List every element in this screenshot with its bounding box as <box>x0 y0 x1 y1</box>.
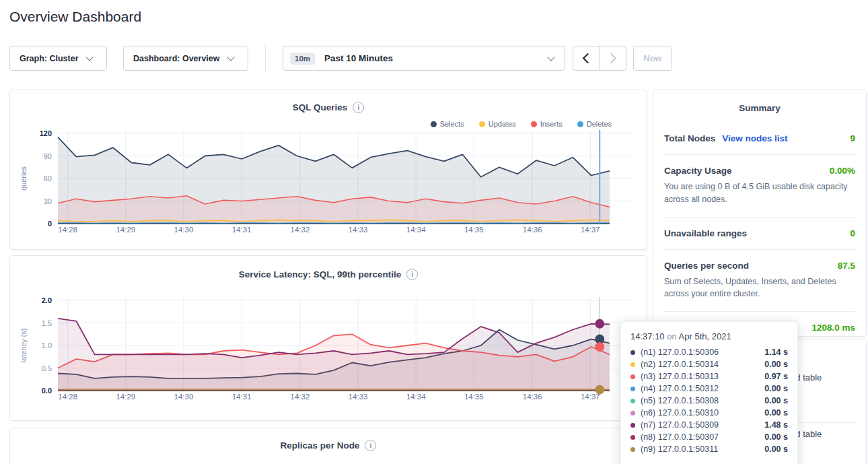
time-step-buttons <box>573 46 626 71</box>
legend-label: Selects <box>440 120 464 128</box>
tooltip-row-n7: (n7) 127.0.0.1:503091.48 s <box>630 419 788 431</box>
node-address: (n4) 127.0.0.1:50312 <box>641 384 719 393</box>
legend-dot <box>577 121 583 127</box>
tooltip-row-n4: (n4) 127.0.0.1:503120.00 s <box>630 383 788 395</box>
node-dot <box>630 362 635 367</box>
svg-text:14:31: 14:31 <box>232 226 252 234</box>
node-latency: 0.97 s <box>764 372 788 381</box>
sql-queries-legend: Selects Updates Inserts Deletes <box>431 120 612 128</box>
node-address: (n5) 127.0.0.1:50308 <box>641 396 719 405</box>
tooltip-row-n6: (n6) 127.0.0.1:503100.00 s <box>630 407 788 419</box>
tooltip-row-n1: (n1) 127.0.0.1:503061.14 s <box>630 346 788 358</box>
page-title: Overview Dashboard <box>9 9 141 25</box>
svg-text:14:33: 14:33 <box>349 226 368 234</box>
svg-text:queries: queries <box>20 166 28 191</box>
time-range-dropdown[interactable]: 10m Past 10 Minutes <box>283 46 565 71</box>
svg-text:2.0: 2.0 <box>42 296 52 304</box>
dashboard-dropdown[interactable]: Dashboard: Overview <box>123 46 248 71</box>
sql-queries-chart[interactable]: 030609012014:2814:2914:3014:3114:3214:33… <box>10 125 647 241</box>
tooltip-row-n2: (n2) 127.0.0.1:503140.00 s <box>630 358 788 370</box>
service-latency-chart[interactable]: 0.00.51.01.52.014:2814:2914:3014:3114:32… <box>10 292 647 408</box>
legend-item-updates: Updates <box>479 120 516 128</box>
svg-text:14:32: 14:32 <box>291 393 310 401</box>
summary-title: Summary <box>653 90 866 113</box>
svg-text:0.0: 0.0 <box>42 387 52 395</box>
node-dot <box>630 411 635 416</box>
controls-divider <box>265 44 266 72</box>
svg-text:60: 60 <box>44 174 52 183</box>
chevron-down-icon <box>547 53 554 61</box>
svg-text:14:35: 14:35 <box>464 226 484 234</box>
svg-text:14:34: 14:34 <box>406 226 426 234</box>
legend-label: Deletes <box>587 120 612 128</box>
chevron-down-icon <box>227 53 234 61</box>
replicas-title-row: Replicas per Node i <box>10 440 647 451</box>
summary-row-unavailable-ranges: Unavailable ranges 0 <box>664 218 855 250</box>
svg-text:0: 0 <box>48 220 52 228</box>
tooltip-timestamp: 14:37:10 on Apr 5th, 2021 <box>630 331 788 341</box>
tooltip-row-n8: (n8) 127.0.0.1:503070.00 s <box>630 431 788 443</box>
replicas-title: Replicas per Node <box>281 440 360 451</box>
info-icon[interactable]: i <box>353 102 364 113</box>
chevron-right-icon <box>606 53 617 64</box>
info-icon[interactable]: i <box>365 440 376 451</box>
chevron-down-icon <box>85 53 93 61</box>
summary-row-total-nodes: Total Nodes View nodes list 9 <box>664 123 855 155</box>
legend-label: Inserts <box>540 120 563 128</box>
summary-subtext: You are using 0 B of 4.5 GiB usable disk… <box>664 180 855 206</box>
svg-text:1.5: 1.5 <box>42 319 52 327</box>
summary-row-capacity: Capacity Usage 0.00% You are using 0 B o… <box>664 155 855 218</box>
node-address: (n1) 127.0.0.1:50306 <box>641 347 719 357</box>
view-nodes-list-link[interactable]: View nodes list <box>722 133 787 143</box>
graph-dropdown[interactable]: Graph: Cluster <box>9 46 107 71</box>
node-address: (n8) 127.0.0.1:50307 <box>641 432 719 442</box>
svg-text:14:37: 14:37 <box>581 226 600 234</box>
summary-value: 87.5 <box>838 261 855 271</box>
legend-item-inserts: Inserts <box>531 120 563 128</box>
svg-text:90: 90 <box>44 152 52 160</box>
time-range-label: Past 10 Minutes <box>324 53 393 63</box>
sql-queries-title: SQL Queries <box>293 102 348 112</box>
svg-text:14:30: 14:30 <box>174 226 194 234</box>
tooltip-on: on <box>667 331 676 341</box>
node-dot <box>630 350 635 355</box>
tooltip-row-n5: (n5) 127.0.0.1:503080.00 s <box>630 395 788 407</box>
svg-text:14:28: 14:28 <box>58 226 77 234</box>
summary-label: Total Nodes <box>664 133 715 143</box>
svg-text:14:35: 14:35 <box>464 393 484 401</box>
node-dot <box>630 423 635 428</box>
summary-label: Unavailable ranges <box>664 228 747 238</box>
info-icon[interactable]: i <box>406 269 418 280</box>
node-latency: 0.00 s <box>764 360 788 369</box>
svg-text:14:32: 14:32 <box>291 226 310 234</box>
now-button[interactable]: Now <box>633 46 672 71</box>
summary-subtext: Sum of Selects, Updates, Inserts, and De… <box>664 275 855 301</box>
svg-text:14:36: 14:36 <box>523 226 542 234</box>
node-dot <box>630 374 635 379</box>
chart-hover-tooltip: 14:37:10 on Apr 5th, 2021 (n1) 127.0.0.1… <box>620 321 798 464</box>
step-forward-button[interactable] <box>600 46 626 70</box>
node-latency: 0.00 s <box>764 408 788 418</box>
legend-dot <box>431 121 437 127</box>
node-address: (n9) 127.0.0.1:50311 <box>641 444 718 454</box>
step-back-button[interactable] <box>573 46 600 70</box>
svg-text:14:33: 14:33 <box>349 393 368 401</box>
legend-label: Updates <box>489 120 516 128</box>
svg-text:14:29: 14:29 <box>116 226 135 234</box>
node-latency: 0.00 s <box>764 444 788 454</box>
service-latency-card: Service Latency: SQL, 99th percentile i … <box>9 255 647 421</box>
node-latency: 0.00 s <box>764 384 788 393</box>
node-latency: 1.14 s <box>764 347 788 357</box>
node-dot <box>630 435 635 440</box>
service-latency-title-row: Service Latency: SQL, 99th percentile i <box>10 269 647 280</box>
node-dot <box>630 387 635 391</box>
svg-text:30: 30 <box>44 197 52 205</box>
node-dot <box>630 399 635 403</box>
svg-text:14:29: 14:29 <box>116 393 135 401</box>
time-range-badge: 10m <box>290 53 315 65</box>
svg-text:14:28: 14:28 <box>58 393 77 401</box>
node-address: (n6) 127.0.0.1:50310 <box>641 408 719 418</box>
svg-text:latency (s): latency (s) <box>20 329 28 363</box>
node-latency: 0.00 s <box>764 396 788 405</box>
sql-queries-title-row: SQL Queries i <box>10 102 647 113</box>
